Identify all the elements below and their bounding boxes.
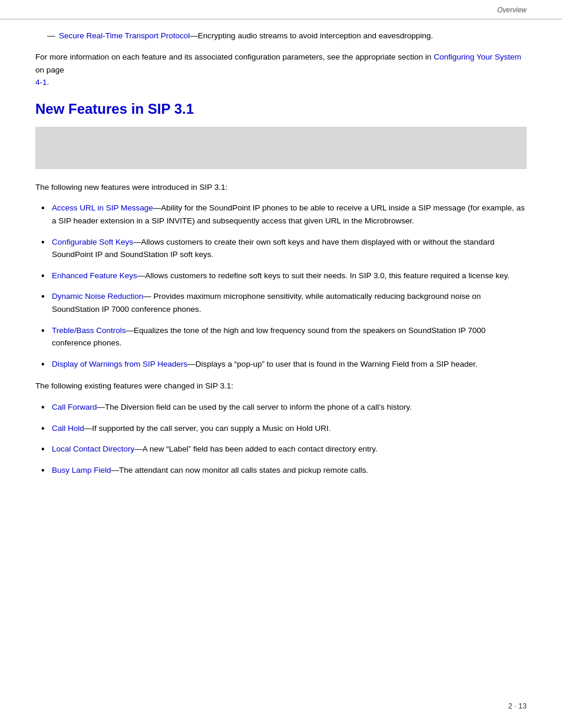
list-item: Busy Lamp Field—The attendant can now mo… <box>35 464 527 477</box>
local-contact-directory-link[interactable]: Local Contact Directory <box>52 444 134 453</box>
list-item: Dynamic Noise Reduction— Provides maximu… <box>35 290 527 315</box>
intro-para-end: . <box>47 78 49 87</box>
list-item: Display of Warnings from SIP Headers—Dis… <box>35 358 527 371</box>
call-hold-desc: —If supported by the call server, you ca… <box>84 424 331 433</box>
header-label: Overview <box>497 6 527 14</box>
dynamic-noise-reduction-link[interactable]: Dynamic Noise Reduction <box>52 292 143 301</box>
call-forward-desc: —The Diversion field can be used by the … <box>97 403 412 411</box>
changed-features-intro: The following existing features were cha… <box>35 380 527 393</box>
call-hold-link[interactable]: Call Hold <box>52 424 84 433</box>
page-number: 2 · 13 <box>508 702 527 710</box>
srtp-link[interactable]: Secure Real-Time Transport Protocol <box>59 31 190 40</box>
image-placeholder <box>35 127 527 169</box>
intro-para: For more information on each feature and… <box>35 51 527 89</box>
configuring-system-link[interactable]: Configuring Your System <box>434 52 521 61</box>
srtp-description: —Encrypting audio streams to avoid inter… <box>190 31 433 40</box>
page-link[interactable]: 4-1 <box>35 78 47 87</box>
list-item: Enhanced Feature Keys—Allows customers t… <box>35 269 527 282</box>
local-contact-directory-desc: —A new “Label” field has been added to e… <box>134 444 378 453</box>
intro-para-text: For more information on each feature and… <box>35 52 434 61</box>
new-features-intro: The following new features were introduc… <box>35 181 527 194</box>
page-container: Overview Secure Real-Time Transport Prot… <box>0 0 562 728</box>
list-item: Call Hold—If supported by the call serve… <box>35 422 527 435</box>
busy-lamp-field-link[interactable]: Busy Lamp Field <box>52 466 111 475</box>
list-item: Local Contact Directory—A new “Label” fi… <box>35 443 527 456</box>
list-item: Call Forward—The Diversion field can be … <box>35 401 527 414</box>
display-warnings-link[interactable]: Display of Warnings from SIP Headers <box>52 360 187 368</box>
busy-lamp-field-desc: —The attendant can now monitor all calls… <box>111 466 369 475</box>
enhanced-feature-keys-link[interactable]: Enhanced Feature Keys <box>52 271 137 280</box>
treble-bass-link[interactable]: Treble/Bass Controls <box>52 326 126 335</box>
section-heading: New Features in SIP 3.1 <box>35 101 527 117</box>
top-bullet-section: Secure Real-Time Transport Protocol—Encr… <box>35 31 527 40</box>
call-forward-link[interactable]: Call Forward <box>52 403 97 411</box>
list-item: Configurable Soft Keys—Allows customers … <box>35 236 527 261</box>
new-features-list: Access URL in SIP Message—Ability for th… <box>35 202 527 370</box>
enhanced-feature-keys-desc: —Allows customers to redefine soft keys … <box>137 271 510 280</box>
main-content: Secure Real-Time Transport Protocol—Encr… <box>0 19 562 521</box>
list-item: Treble/Bass Controls—Equalizes the tone … <box>35 324 527 350</box>
list-item: Access URL in SIP Message—Ability for th… <box>35 202 527 227</box>
intro-para-suffix: on page <box>35 65 64 74</box>
display-warnings-desc: —Displays a “pop-up” to user that is fou… <box>187 360 477 368</box>
access-url-link[interactable]: Access URL in SIP Message <box>52 203 153 212</box>
configurable-soft-keys-link[interactable]: Configurable Soft Keys <box>52 238 133 246</box>
srtp-bullet-item: Secure Real-Time Transport Protocol—Encr… <box>47 31 527 40</box>
changed-features-list: Call Forward—The Diversion field can be … <box>35 401 527 476</box>
header-bar: Overview <box>0 0 562 19</box>
